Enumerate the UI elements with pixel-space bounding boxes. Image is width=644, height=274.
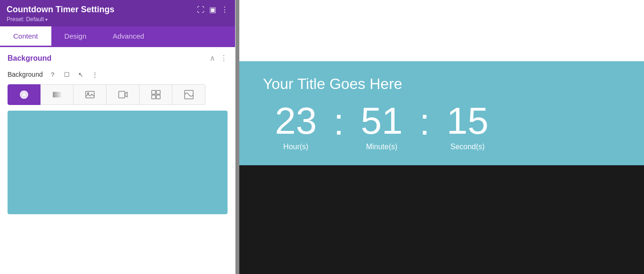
tabs-bar: Content Design Advanced: [0, 26, 235, 47]
timer-hours-unit: 23 Hour(s): [263, 102, 329, 151]
header-icons: ⛶ ▣ ⋮: [197, 5, 228, 14]
timer-seconds-number: 15: [447, 102, 489, 140]
timer-seconds-label: Second(s): [450, 143, 485, 151]
bg-type-mask[interactable]: [172, 84, 205, 105]
timer-minutes-label: Minute(s): [366, 143, 398, 151]
help-icon[interactable]: ?: [48, 69, 58, 80]
settings-panel: Countdown Timer Settings ⛶ ▣ ⋮ Preset: D…: [0, 0, 236, 274]
svg-rect-7: [152, 90, 155, 94]
cursor-icon[interactable]: ↖: [76, 69, 86, 80]
timer-colon-1: :: [329, 103, 349, 141]
bg-more-icon[interactable]: ⋮: [90, 69, 100, 80]
collapse-icon[interactable]: ∧: [210, 54, 215, 63]
timer-title: Your Title Goes Here: [263, 75, 620, 93]
svg-rect-9: [152, 95, 155, 99]
timer-hours-label: Hour(s): [283, 143, 308, 151]
timer-minutes-number: 51: [361, 102, 403, 140]
panel-resize-handle[interactable]: [236, 0, 239, 274]
timer-minutes-unit: 51 Minute(s): [349, 102, 415, 151]
canvas-area: Your Title Goes Here 23 Hour(s) : 51 Min…: [239, 0, 644, 274]
maximize-icon[interactable]: ⛶: [197, 6, 204, 14]
svg-rect-5: [119, 91, 125, 98]
timer-display: 23 Hour(s) : 51 Minute(s) : 15 Second(s): [263, 102, 620, 151]
header-top-row: Countdown Timer Settings ⛶ ▣ ⋮: [7, 5, 228, 15]
timer-hours-number: 23: [275, 102, 317, 140]
timer-seconds-unit: 15 Second(s): [434, 102, 500, 151]
color-preview[interactable]: [8, 111, 228, 214]
svg-rect-10: [156, 95, 160, 99]
svg-rect-3: [86, 91, 94, 98]
bg-type-row: [0, 84, 235, 111]
bg-type-color[interactable]: [8, 84, 41, 105]
more-options-icon[interactable]: ⋮: [221, 5, 228, 14]
bg-type-video[interactable]: [106, 84, 139, 105]
bg-type-pattern[interactable]: [139, 84, 172, 105]
preset-label[interactable]: Preset: Default: [7, 16, 228, 23]
section-more-icon[interactable]: ⋮: [220, 54, 228, 63]
panel-header: Countdown Timer Settings ⛶ ▣ ⋮ Preset: D…: [0, 0, 235, 26]
section-title: Background: [8, 54, 51, 63]
section-header: Background ∧ ⋮: [0, 47, 235, 67]
tab-advanced[interactable]: Advanced: [99, 26, 157, 47]
tab-content[interactable]: Content: [0, 26, 51, 47]
mobile-icon[interactable]: ☐: [62, 69, 72, 80]
panel-body: Background ∧ ⋮ Background ? ☐ ↖ ⋮: [0, 47, 235, 274]
bg-label: Background: [8, 71, 43, 78]
bg-type-image[interactable]: [73, 84, 106, 105]
svg-rect-2: [53, 92, 61, 97]
columns-icon[interactable]: ▣: [209, 5, 216, 14]
timer-section: Your Title Goes Here 23 Hour(s) : 51 Min…: [239, 61, 644, 165]
panel-title: Countdown Timer Settings: [7, 5, 197, 15]
canvas-top-white: [239, 0, 644, 61]
section-header-icons: ∧ ⋮: [210, 54, 228, 63]
tab-design[interactable]: Design: [51, 26, 100, 47]
svg-rect-8: [156, 90, 160, 94]
svg-point-1: [22, 93, 26, 97]
bg-type-gradient[interactable]: [41, 84, 73, 105]
canvas-bottom-dark: [239, 165, 644, 274]
timer-colon-2: :: [415, 103, 434, 141]
background-controls-row: Background ? ☐ ↖ ⋮: [0, 67, 235, 84]
